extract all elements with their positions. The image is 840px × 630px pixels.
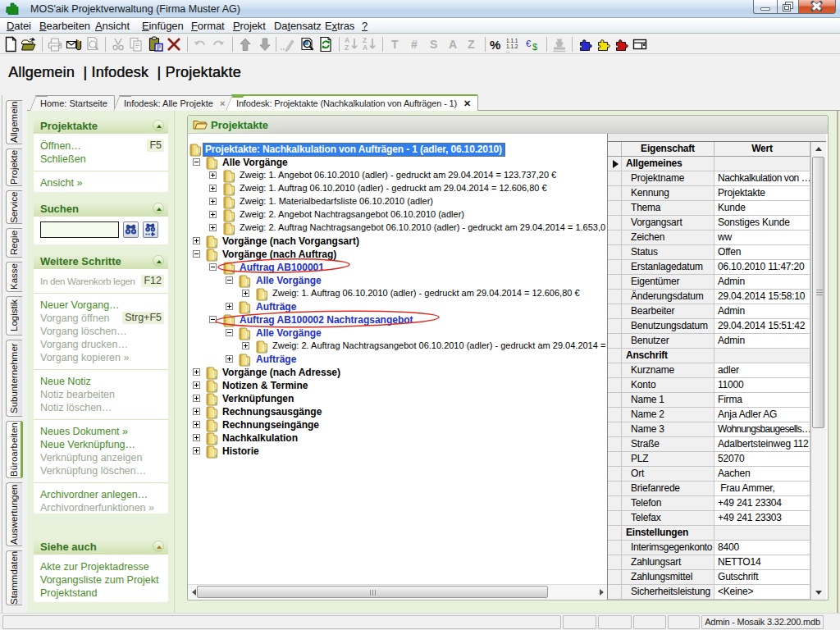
svg-text:€: € (526, 39, 531, 48)
svg-text:$: $ (532, 42, 537, 52)
svg-text:Z: Z (345, 43, 349, 52)
svg-text:1.1.1: 1.1.1 (506, 38, 518, 43)
svg-text:A: A (363, 43, 368, 52)
svg-text:...: ... (506, 48, 510, 52)
